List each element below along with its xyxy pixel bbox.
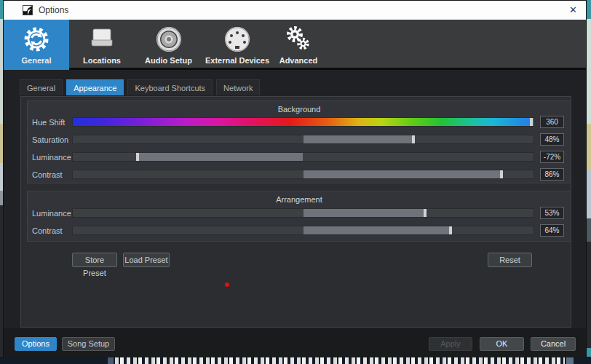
slider-fill	[304, 135, 414, 143]
titlebar: Options ✕	[4, 1, 586, 20]
piano-strip-cap	[108, 357, 114, 364]
arrangement-group: Arrangement Luminance 53% Contrast	[27, 191, 571, 242]
toolbar-item-label: External Devices	[205, 56, 269, 65]
piano-strip-cap	[566, 357, 574, 364]
slider-label: Contrast	[32, 226, 63, 235]
speaker-icon	[153, 24, 185, 55]
slider-handle[interactable]	[412, 135, 415, 143]
tab-keyboard-shortcuts[interactable]: Keyboard Shortcuts	[127, 79, 213, 95]
slider-label: Saturation	[32, 135, 68, 144]
slider-label: Contrast	[32, 170, 63, 179]
tab-general[interactable]: General	[20, 79, 63, 95]
slider-row-hue-shift: Hue Shift 360	[28, 117, 571, 127]
slider-handle[interactable]	[500, 170, 503, 178]
song-setup-button[interactable]: Song Setup	[62, 337, 115, 351]
drive-icon	[86, 24, 118, 55]
slider-value-box[interactable]: 360	[540, 116, 564, 128]
slider-row-saturation: Saturation 48%	[28, 135, 571, 145]
gears-icon	[282, 24, 314, 55]
slider-value-box[interactable]: 64%	[540, 224, 564, 237]
midi-din-icon	[221, 24, 253, 55]
slider-row-contrast: Contrast 64%	[28, 226, 571, 236]
slider-fill	[304, 209, 426, 217]
slider-row-luminance: Luminance 53%	[28, 208, 571, 218]
slider-handle[interactable]	[424, 209, 427, 217]
tab-network[interactable]: Network	[216, 79, 260, 95]
app-logo-icon	[23, 5, 33, 15]
slider-value-box[interactable]: 48%	[540, 133, 564, 146]
background-group: Background Hue Shift 360 Saturation	[27, 100, 571, 183]
slider-handle[interactable]	[136, 153, 139, 161]
toolbar-item-general[interactable]: General	[4, 20, 69, 70]
gear-sync-icon	[20, 24, 52, 55]
tab-appearance[interactable]: Appearance	[66, 79, 124, 95]
reset-button[interactable]: Reset	[488, 253, 532, 267]
contrast-slider[interactable]	[72, 170, 534, 179]
saturation-slider[interactable]	[72, 135, 534, 144]
group-title: Background	[28, 105, 571, 114]
slider-label: Luminance	[32, 209, 71, 218]
slider-handle[interactable]	[530, 118, 533, 126]
arrangement-luminance-slider[interactable]	[72, 208, 534, 218]
toolbar-item-advanced[interactable]: Advanced	[272, 20, 325, 70]
slider-handle[interactable]	[449, 226, 452, 234]
appearance-panel: Background Hue Shift 360 Saturation	[20, 96, 571, 328]
toolbar-item-label: Audio Setup	[145, 56, 192, 65]
options-button[interactable]: Options	[15, 337, 57, 351]
group-title: Arrangement	[28, 195, 571, 204]
slider-value-box[interactable]: 86%	[540, 168, 564, 181]
toolbar-item-label: General	[22, 56, 52, 65]
ok-button[interactable]: OK	[480, 337, 524, 351]
load-preset-button[interactable]: Load Preset	[123, 253, 170, 267]
background-piano-strip	[0, 357, 591, 364]
slider-fill	[138, 153, 304, 161]
hue-shift-slider[interactable]	[72, 117, 534, 127]
window-title: Options	[39, 5, 68, 15]
store-preset-button[interactable]: Store Preset	[72, 253, 117, 267]
apply-button[interactable]: Apply	[429, 337, 472, 351]
slider-fill	[304, 226, 451, 234]
close-icon[interactable]: ✕	[569, 1, 577, 20]
slider-row-contrast: Contrast 86%	[28, 170, 571, 180]
toolbar-item-label: Advanced	[279, 56, 318, 65]
slider-label: Luminance	[32, 153, 71, 162]
slider-fill	[304, 170, 501, 178]
options-dialog: Options ✕ Ge	[3, 0, 587, 357]
tab-bar: General Appearance Keyboard Shortcuts Ne…	[20, 79, 260, 95]
red-dot	[225, 282, 229, 287]
slider-row-luminance: Luminance -72%	[28, 152, 571, 162]
footer: Options Song Setup Apply OK Cancel	[4, 328, 586, 357]
slider-label: Hue Shift	[32, 118, 65, 127]
toolbar-item-external-devices[interactable]: External Devices	[202, 20, 272, 70]
toolbar-item-locations[interactable]: Locations	[69, 20, 135, 70]
piano-keys	[115, 357, 565, 364]
slider-value-box[interactable]: -72%	[540, 151, 564, 163]
luminance-slider[interactable]	[72, 152, 534, 162]
cancel-button[interactable]: Cancel	[531, 337, 576, 351]
arrangement-contrast-slider[interactable]	[72, 226, 534, 235]
screen: Options ✕ Ge	[0, 0, 591, 364]
toolbar: General Locations	[4, 20, 586, 70]
toolbar-item-label: Locations	[83, 56, 121, 65]
slider-value-box[interactable]: 53%	[540, 207, 564, 219]
background-app-right-edge	[587, 0, 591, 364]
toolbar-item-audio-setup[interactable]: Audio Setup	[135, 20, 202, 70]
